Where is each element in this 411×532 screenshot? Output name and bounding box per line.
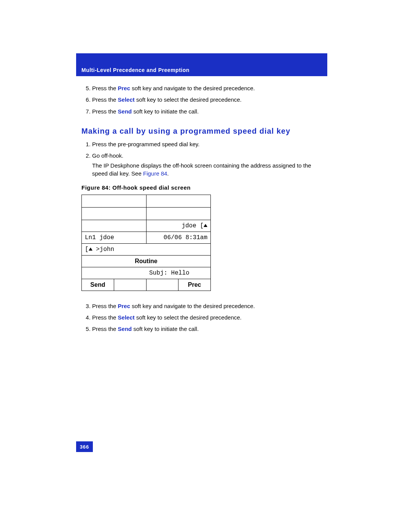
screen-row-blank	[146, 207, 211, 220]
screen-cell-empty	[146, 243, 211, 255]
step-item: Press the Select soft key to select the …	[92, 96, 323, 104]
softkey-name: Prec	[118, 85, 131, 91]
screen-row-blank	[146, 195, 211, 207]
step-list-top: Press the Prec soft key and navigate to …	[81, 85, 323, 115]
content-column: Multi-Level Precedence and Preemption Pr…	[76, 53, 327, 333]
screen-cell-subject: Subj: Hello	[146, 267, 211, 279]
step-item: Press the Send soft key to initiate the …	[92, 325, 323, 333]
softkey-name: Prec	[118, 303, 131, 309]
softkey-send: Send	[82, 279, 114, 291]
step-item: Press the Send soft key to initiate the …	[92, 108, 323, 115]
phone-indicator-icon: [	[85, 246, 89, 253]
body-content: Press the Prec soft key and navigate to …	[76, 76, 327, 333]
softkey-name: Send	[118, 108, 132, 115]
document-page: Multi-Level Precedence and Preemption Pr…	[0, 0, 411, 532]
softkey-blank	[114, 279, 146, 291]
phone-screen-figure: jdoe [ Ln1 jdoe 06/06 8:31am [ >john Rou…	[81, 195, 211, 291]
page-number-badge: 366	[76, 441, 93, 452]
step-list-mid: Press the pre-programmed speed dial key.…	[81, 141, 323, 177]
screen-row-blank	[82, 220, 147, 232]
step-text: Press the pre-programmed speed dial key.	[92, 141, 199, 147]
page-number: 366	[80, 444, 89, 450]
figure-link[interactable]: Figure 84	[143, 170, 167, 177]
screen-cell-call-target: [ >john	[82, 243, 147, 255]
step-text: Go off-hook.	[92, 152, 123, 159]
softkey-prec: Prec	[178, 279, 211, 291]
section-heading: Making a call by using a programmed spee…	[81, 126, 323, 136]
step-item: Press the Select soft key to select the …	[92, 314, 323, 321]
step-item: Press the Prec soft key and navigate to …	[92, 302, 323, 310]
screen-cell-precedence: Routine	[82, 255, 211, 267]
step-item: Go off-hook. The IP Deskphone displays t…	[92, 152, 323, 177]
chapter-header-band: Multi-Level Precedence and Preemption	[76, 53, 327, 76]
screen-cell-jdoe-status: jdoe [	[146, 220, 211, 232]
chapter-title: Multi-Level Precedence and Preemption	[81, 67, 190, 73]
screen-row-blank	[82, 207, 147, 220]
triangle-up-icon	[204, 224, 207, 227]
figure-caption: Figure 84: Off-hook speed dial screen	[81, 184, 323, 191]
step-list-bottom: Press the Prec soft key and navigate to …	[81, 302, 323, 333]
softkey-name: Select	[118, 96, 135, 103]
screen-row-blank	[82, 195, 147, 207]
softkey-blank	[146, 279, 178, 291]
step-followup-text: The IP Deskphone displays the off-hook s…	[92, 162, 323, 177]
triangle-up-icon	[89, 248, 92, 251]
phone-indicator-icon: [	[200, 222, 204, 229]
step-item: Press the Prec soft key and navigate to …	[92, 85, 323, 92]
screen-cell-datetime: 06/06 8:31am	[146, 232, 211, 243]
screen-cell-empty	[82, 267, 147, 279]
screen-cell-line: Ln1 jdoe	[82, 232, 147, 243]
softkey-name: Send	[118, 326, 132, 332]
step-item: Press the pre-programmed speed dial key.	[92, 141, 323, 148]
softkey-name: Select	[118, 314, 135, 321]
